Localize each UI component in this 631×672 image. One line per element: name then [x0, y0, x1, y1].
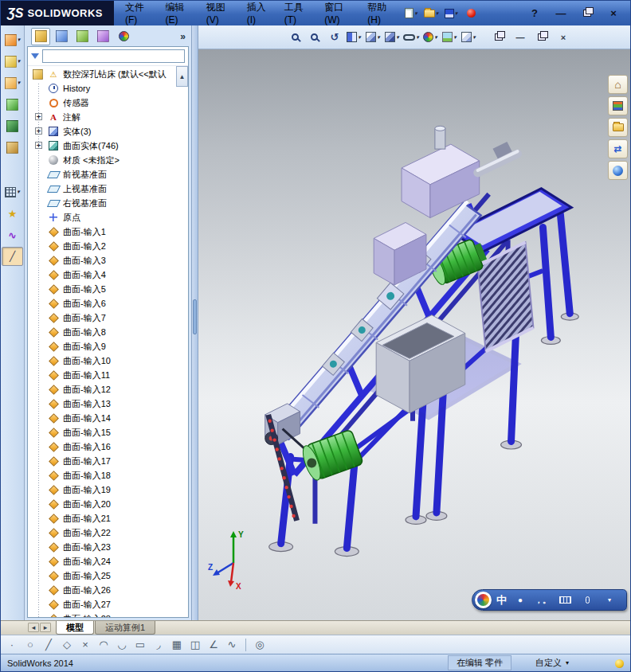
panel-splitter[interactable]: [192, 25, 198, 620]
splitter-grip[interactable]: [193, 299, 197, 334]
viewport-canvas[interactable]: ⌂⇄ Y Z X 中 ●，。▾: [198, 49, 630, 620]
new-document-icon[interactable]: ▾: [402, 5, 420, 22]
menu-item-3[interactable]: 插入(I): [241, 1, 278, 25]
tree-item-surface[interactable]: 曲面-输入22: [28, 525, 188, 540]
view-orientation-icon[interactable]: ▾: [364, 28, 382, 47]
point-tool-icon[interactable]: ·: [3, 637, 21, 653]
tree-item-surface[interactable]: 曲面-输入26: [28, 583, 188, 597]
expand-toggle[interactable]: +: [35, 142, 42, 149]
zoom-in-out-icon[interactable]: [288, 28, 305, 47]
loft-feature-icon[interactable]: [2, 138, 23, 157]
tree-item-surface[interactable]: 曲面-输入15: [28, 425, 188, 440]
appearances-scenes-icon[interactable]: [608, 161, 628, 180]
hide-show-items-icon[interactable]: ▾: [402, 28, 420, 47]
save-icon[interactable]: ▾: [442, 5, 460, 22]
design-library-icon[interactable]: [608, 96, 628, 115]
menu-item-6[interactable]: 帮助(H): [361, 1, 402, 25]
view-palette-icon[interactable]: ⇄: [608, 139, 628, 158]
tree-item-surface[interactable]: 曲面-输入19: [28, 483, 188, 497]
doc-tab-0[interactable]: 模型: [56, 621, 94, 635]
previous-view-icon[interactable]: ↺: [326, 28, 343, 47]
tree-item-surface[interactable]: 曲面-输入20: [28, 497, 188, 511]
featuremanager-tab-icon[interactable]: [31, 28, 50, 45]
tab-scroll-left-icon[interactable]: ◂: [28, 623, 39, 632]
tree-item-surface[interactable]: 曲面-输入8: [28, 325, 188, 339]
ime-toolbar[interactable]: 中 ●，。▾: [472, 589, 627, 611]
doc-close-icon[interactable]: ×: [555, 29, 572, 46]
home-icon[interactable]: ⌂: [608, 75, 628, 94]
tree-item-surface[interactable]: 曲面-输入17: [28, 454, 188, 468]
doc-restore-icon[interactable]: [490, 29, 508, 46]
tree-item-surface[interactable]: 曲面-输入13: [28, 397, 188, 411]
tree-item-surface[interactable]: 曲面-输入27: [28, 597, 188, 611]
menu-item-1[interactable]: 编辑(E): [159, 1, 200, 25]
tree-root-item[interactable]: ⚠ 数控深孔钻床 (默认<<默认: [28, 67, 188, 81]
minimize-icon[interactable]: —: [552, 5, 570, 22]
ime-fullwidth-icon[interactable]: ●: [511, 592, 529, 609]
close-icon[interactable]: ×: [605, 5, 622, 22]
smart-dimension-flyout-icon[interactable]: ▾: [2, 52, 23, 71]
view-settings-icon[interactable]: ▾: [460, 28, 477, 47]
section-view-icon[interactable]: ▾: [345, 28, 363, 47]
tree-item[interactable]: 前视基准面: [28, 167, 188, 182]
doc-tile-icon[interactable]: [533, 29, 551, 46]
display-style-icon[interactable]: ▾: [383, 28, 401, 47]
tree-item-surface[interactable]: 曲面-输入18: [28, 468, 188, 483]
tab-scroll-right-icon[interactable]: ▸: [40, 623, 51, 632]
trim-tool-icon[interactable]: ◞: [150, 637, 167, 653]
tree-item[interactable]: +曲面实体(746): [28, 139, 188, 153]
swept-feature-icon[interactable]: [2, 116, 23, 135]
panel-overflow-chevron[interactable]: »: [178, 31, 188, 42]
tree-item-surface[interactable]: 曲面-输入9: [28, 339, 188, 354]
menu-item-0[interactable]: 文件(F): [119, 1, 159, 25]
configurationmanager-tab-icon[interactable]: [73, 28, 92, 45]
revolve-feature-icon[interactable]: [2, 95, 23, 114]
ime-mic-icon[interactable]: [578, 592, 596, 609]
tree-item-surface[interactable]: 曲面-输入1: [28, 225, 188, 239]
tree-item-surface[interactable]: 曲面-输入11: [28, 368, 188, 382]
tree-item-surface[interactable]: 曲面-输入6: [28, 296, 188, 311]
arc-tool-icon[interactable]: ◠: [95, 637, 112, 653]
ime-punctuation-icon[interactable]: ，。: [534, 592, 551, 609]
apply-scene-icon[interactable]: ▾: [441, 28, 458, 47]
ime-chinese-mode[interactable]: 中: [496, 593, 507, 608]
status-help-icon[interactable]: [615, 658, 624, 668]
expand-toggle[interactable]: +: [35, 113, 42, 120]
ime-options-icon[interactable]: ▾: [601, 592, 618, 609]
tree-item-surface[interactable]: 曲面-输入21: [28, 511, 188, 525]
tree-item-surface[interactable]: 曲面-输入4: [28, 268, 188, 282]
help-icon[interactable]: ?: [526, 5, 543, 22]
spline-sketch-icon[interactable]: ∿: [223, 637, 241, 653]
tree-item-surface[interactable]: 曲面-输入5: [28, 282, 188, 296]
file-explorer-icon[interactable]: [608, 118, 628, 137]
tree-item-surface[interactable]: 曲面-输入25: [28, 568, 188, 583]
menu-item-4[interactable]: 工具(T): [278, 1, 319, 25]
displaymanager-tab-icon[interactable]: [114, 28, 133, 45]
circle-tool-icon[interactable]: ○: [22, 637, 39, 653]
sketch-flyout-icon[interactable]: ▾: [2, 30, 23, 49]
spline-tool-icon[interactable]: ∿: [2, 225, 23, 244]
tree-item-surface[interactable]: 曲面-输入7: [28, 311, 188, 325]
tree-item[interactable]: +实体(3): [28, 124, 188, 139]
tree-item-surface[interactable]: 曲面-输入16: [28, 440, 188, 454]
polygon-tool-icon[interactable]: ◇: [58, 637, 76, 653]
tree-item-surface[interactable]: 曲面-输入28: [28, 611, 188, 617]
dimension-tool-icon[interactable]: ∠: [205, 637, 222, 653]
ime-softkeyboard-icon[interactable]: [556, 592, 574, 609]
wizard-tool-icon[interactable]: ★: [2, 204, 23, 223]
customize-menu[interactable]: 自定义 ▾: [535, 657, 569, 669]
record-status-icon[interactable]: [462, 5, 480, 22]
tree-item[interactable]: 原点: [28, 210, 188, 225]
doc-tab-1[interactable]: 运动算例1: [95, 621, 155, 635]
tangent-arc-tool-icon[interactable]: ◡: [113, 637, 131, 653]
tree-item-surface[interactable]: 曲面-输入3: [28, 253, 188, 268]
extrude-flyout-icon[interactable]: ▾: [2, 73, 23, 92]
machine-model[interactable]: [198, 49, 630, 620]
line-tool-icon[interactable]: ╱: [40, 637, 57, 653]
rectangle-tool-icon[interactable]: ▭: [131, 637, 149, 653]
tree-item[interactable]: 上视基准面: [28, 182, 188, 196]
tree-item-surface[interactable]: 曲面-输入2: [28, 239, 188, 253]
open-document-icon[interactable]: ▾: [422, 5, 440, 22]
tree-item-surface[interactable]: 曲面-输入24: [28, 554, 188, 568]
ime-logo-icon[interactable]: [475, 592, 492, 608]
